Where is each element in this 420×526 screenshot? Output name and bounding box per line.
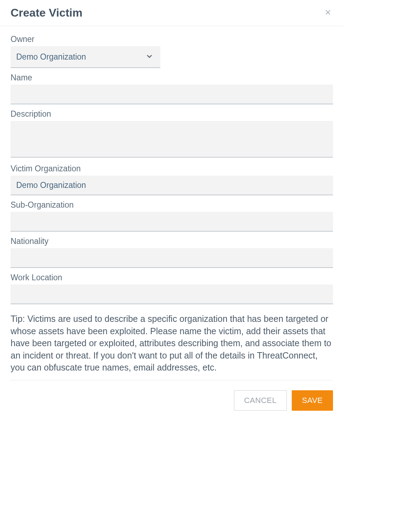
work-location-input[interactable] [11,285,333,304]
name-label: Name [11,73,333,82]
field-description: Description [11,109,333,159]
close-button[interactable] [323,7,333,18]
footer-divider [11,380,333,380]
modal-title: Create Victim [11,6,82,19]
sub-organization-input[interactable] [11,212,333,232]
modal-header: Create Victim [0,0,344,26]
field-owner: Owner [11,35,333,68]
nationality-input[interactable] [11,248,333,268]
modal-body: Owner Name Description Victim Organizati… [0,26,344,390]
field-victim-organization: Victim Organization [11,164,333,195]
tip-text: Tip: Victims are used to describe a spec… [11,313,333,374]
description-label: Description [11,109,333,119]
save-button[interactable]: SAVE [292,390,333,411]
name-input[interactable] [11,85,333,104]
work-location-label: Work Location [11,273,333,282]
modal-footer: CANCEL SAVE [0,390,344,421]
victim-organization-input[interactable] [11,176,333,195]
owner-select[interactable] [11,46,160,68]
owner-select-wrap [11,46,160,68]
sub-organization-label: Sub-Organization [11,200,333,210]
field-nationality: Nationality [11,237,333,268]
nationality-label: Nationality [11,237,333,246]
field-name: Name [11,73,333,104]
field-sub-organization: Sub-Organization [11,200,333,232]
field-work-location: Work Location [11,273,333,304]
owner-label: Owner [11,35,333,44]
close-icon [325,9,332,17]
description-input[interactable] [11,121,333,158]
victim-organization-label: Victim Organization [11,164,333,173]
create-victim-modal: Create Victim Owner Name Description [0,0,344,421]
cancel-button[interactable]: CANCEL [234,390,287,411]
